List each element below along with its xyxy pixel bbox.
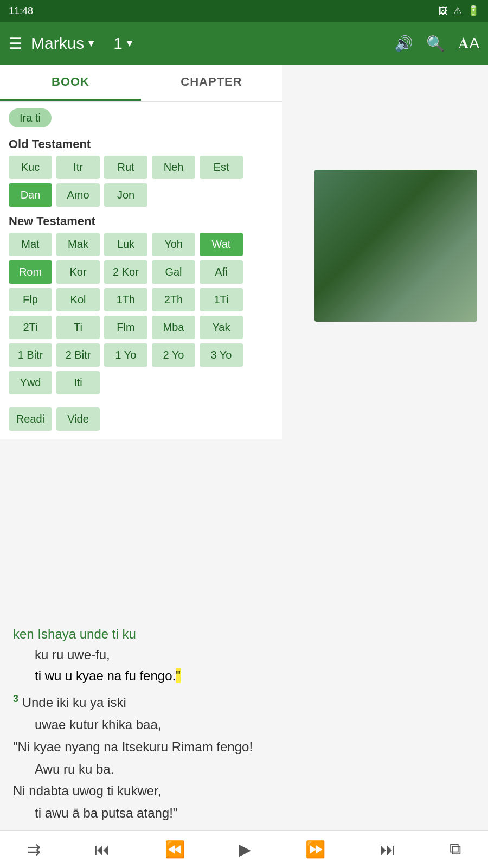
book-2th[interactable]: 2Th [152, 288, 195, 311]
verse-3: 3 Unde iki ku ya iski uwae kutur khika b… [13, 691, 475, 825]
ira-ti-chip[interactable]: Ira ti [9, 108, 52, 127]
tab-book[interactable]: BOOK [0, 65, 141, 101]
search-icon[interactable]: 🔍 [426, 35, 445, 53]
book-mat[interactable]: Mat [9, 233, 52, 256]
reading-image [314, 170, 477, 322]
book-neh[interactable]: Neh [152, 156, 195, 179]
chapter-number: 1 [113, 34, 123, 53]
filter-chip-area: Ira ti [9, 108, 273, 127]
book-selector[interactable]: Markus ▼ [31, 34, 96, 53]
toolbar-right: 🔊 🔍 𝐀A [394, 35, 479, 53]
tab-chapter[interactable]: CHAPTER [141, 65, 282, 101]
book-2yo[interactable]: 2 Yo [152, 343, 195, 367]
verse-line-1: ku ru uwe-fu, [13, 644, 475, 665]
book-kol[interactable]: Kol [56, 288, 100, 311]
book-1th[interactable]: 1Th [104, 288, 147, 311]
book-yoh[interactable]: Yoh [152, 233, 195, 256]
book-mba[interactable]: Mba [152, 316, 195, 339]
new-testament-label: New Testament [0, 211, 282, 233]
book-flp[interactable]: Flp [9, 288, 52, 311]
status-bar: 11:48 🖼 ⚠ 🔋 [0, 0, 488, 22]
book-rom[interactable]: Rom [9, 260, 52, 284]
tabs-row: BOOK CHAPTER [0, 65, 282, 102]
sound-icon[interactable]: 🔊 [394, 35, 413, 53]
book-2bitr[interactable]: 2 Bitr [56, 343, 100, 367]
book-kuc[interactable]: Kuc [9, 156, 52, 179]
verse-text-normal: ti wu u kyae na fu fengo. [35, 668, 176, 683]
play-icon[interactable]: ▶ [239, 840, 251, 859]
book-jon[interactable]: Jon [104, 183, 147, 207]
rewind-icon[interactable]: ⏪ [165, 840, 185, 859]
book-1yo[interactable]: 1 Yo [104, 343, 147, 367]
old-testament-label: Old Testament [0, 134, 282, 156]
book-name: Markus [31, 34, 84, 53]
text-size-icon[interactable]: 𝐀A [458, 35, 479, 53]
bookmark-icon[interactable]: ⧉ [450, 840, 461, 859]
book-dan[interactable]: Dan [9, 183, 52, 207]
book-kor[interactable]: Kor [56, 260, 100, 284]
menu-icon[interactable]: ☰ [9, 35, 22, 53]
book-rut[interactable]: Rut [104, 156, 147, 179]
main-content: ...ti ...risti ...ba Yesu (Yohana 1:19-2… [0, 65, 488, 830]
book-mak[interactable]: Mak [56, 233, 100, 256]
toolbar: ☰ Markus ▼ 1 ▼ 🔊 🔍 𝐀A [0, 22, 488, 65]
book-flm[interactable]: Flm [104, 316, 147, 339]
book-yak[interactable]: Yak [200, 316, 243, 339]
chapter-selector[interactable]: 1 ▼ [113, 34, 134, 53]
book-2kor[interactable]: 2 Kor [104, 260, 147, 284]
verse-3-num: 3 [13, 693, 18, 704]
book-dropdown-arrow: ▼ [86, 38, 96, 49]
book-itr[interactable]: Itr [56, 156, 100, 179]
verse-intro-line: ken Ishaya unde ti ku [13, 624, 475, 644]
book-1bitr[interactable]: 1 Bitr [9, 343, 52, 367]
fast-forward-icon[interactable]: ⏩ [305, 840, 325, 859]
book-iti[interactable]: Iti [56, 371, 100, 394]
bottom-bar: ⇉ ⏮ ⏪ ▶ ⏩ ⏭ ⧉ [0, 830, 488, 868]
book-2ti[interactable]: 2Ti [9, 316, 52, 339]
extras-row: Readi Vide [0, 407, 282, 431]
book-luk[interactable]: Luk [104, 233, 147, 256]
book-gal[interactable]: Gal [152, 260, 195, 284]
book-1ti[interactable]: 1Ti [200, 288, 243, 311]
chapter-dropdown-arrow: ▼ [125, 38, 134, 49]
verse-line-2: ti wu u kyae na fu fengo." [13, 666, 475, 686]
status-time: 11:48 [9, 5, 438, 17]
book-ti[interactable]: Ti [56, 316, 100, 339]
battery-status-icon: 🔋 [467, 5, 479, 17]
old-testament-grid: Kuc Itr Rut Neh Est Dan Amo Jon [0, 156, 282, 207]
verse-text-highlighted: " [176, 668, 181, 683]
warning-status-icon: ⚠ [453, 5, 462, 17]
book-chapter-dropdown: BOOK CHAPTER Ira ti Old Testament Kuc It… [0, 65, 282, 439]
book-ywd[interactable]: Ywd [9, 371, 52, 394]
book-readi[interactable]: Readi [9, 407, 52, 431]
image-status-icon: 🖼 [438, 5, 448, 17]
skip-forward-icon[interactable]: ⏭ [380, 840, 396, 859]
book-3yo[interactable]: 3 Yo [200, 343, 243, 367]
book-est[interactable]: Est [200, 156, 243, 179]
book-vide[interactable]: Vide [56, 407, 100, 431]
skip-back-icon[interactable]: ⏮ [94, 840, 111, 859]
book-wat[interactable]: Wat [200, 233, 243, 256]
list-icon[interactable]: ⇉ [27, 840, 41, 859]
new-testament-grid: Mat Mak Luk Yoh Wat Rom Kor 2 Kor Gal Af… [0, 233, 282, 394]
toolbar-left: ☰ Markus ▼ 1 ▼ [9, 34, 394, 53]
book-amo[interactable]: Amo [56, 183, 100, 207]
verse-content: ken Ishaya unde ti ku ku ru uwe-fu, ti w… [0, 624, 488, 830]
book-afi[interactable]: Afi [200, 260, 243, 284]
spacer [0, 399, 282, 407]
status-icons: 🖼 ⚠ 🔋 [438, 5, 479, 17]
